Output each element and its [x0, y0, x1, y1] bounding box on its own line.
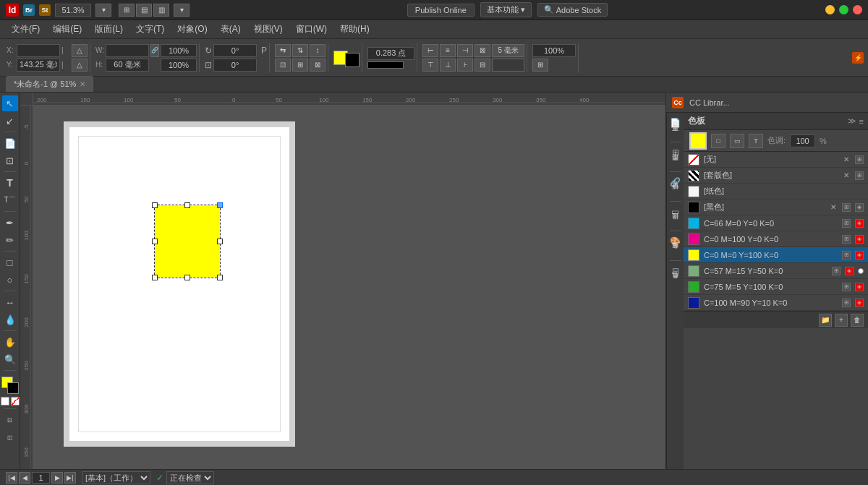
text-fill-btn[interactable]: T — [749, 134, 763, 148]
rectangle-tool[interactable]: □ — [2, 254, 18, 270]
arrange-btn1[interactable]: ⊡ — [275, 59, 291, 72]
pen-tool[interactable]: ✒ — [2, 215, 18, 231]
gap-tool[interactable]: ⊡ — [2, 153, 18, 168]
align-right-btn[interactable]: ⊣ — [457, 44, 473, 57]
maximize-button[interactable] — [839, 5, 848, 14]
menu-help[interactable]: 帮助(H) — [334, 21, 375, 38]
selection-tool[interactable]: ↖ — [2, 95, 18, 111]
zoom-fit-btn[interactable]: ⊞ — [532, 59, 548, 72]
document-tab[interactable]: *未命名-1 @ 51% ✕ — [6, 76, 93, 92]
handle-top-left[interactable] — [152, 202, 158, 208]
page-tool[interactable]: 📄 — [2, 135, 18, 151]
ellipse-tool[interactable]: ○ — [2, 272, 18, 288]
distribute-btn[interactable]: ⊠ — [475, 44, 490, 57]
scale-w-input[interactable] — [161, 44, 197, 57]
last-page-btn[interactable]: ▶| — [64, 472, 76, 484]
menu-window[interactable]: 窗口(W) — [290, 21, 333, 38]
page-number-input[interactable] — [32, 472, 50, 484]
pencil-tool[interactable]: ✏ — [2, 232, 18, 248]
handle-bottom-right[interactable] — [217, 275, 223, 280]
align-top-btn[interactable]: ⊤ — [422, 59, 438, 72]
zoom-tool[interactable]: 🔍 — [2, 351, 18, 367]
swatch-c57[interactable]: C=57 M=15 Y=50 K=0 ⊞ ◈ — [684, 263, 868, 279]
publish-online-button[interactable]: Publish Online — [407, 4, 475, 17]
stroke-label[interactable]: 描边 — [671, 222, 680, 228]
stroke-ctrl-btn[interactable]: ▭ — [730, 134, 744, 148]
next-page-btn[interactable]: ▶ — [51, 472, 63, 484]
text-path-tool[interactable]: T⌒ — [2, 192, 18, 208]
new-color-group-btn[interactable]: 📁 — [819, 314, 832, 327]
view-mode-btn1[interactable]: ⊞ — [119, 4, 135, 17]
swatch-c100[interactable]: C=100 M=90 Y=10 K=0 ⊞ ◈ — [684, 295, 868, 311]
y-input[interactable] — [17, 59, 60, 72]
menu-text[interactable]: 文字(T) — [130, 21, 170, 38]
menu-view[interactable]: 视图(V) — [248, 21, 289, 38]
status-select[interactable]: 正在检查 — [166, 471, 214, 484]
minimize-button[interactable] — [825, 5, 835, 14]
links-label[interactable]: 链接 — [671, 192, 680, 198]
panel-menu-btn[interactable]: ≡ — [859, 117, 864, 126]
preview-mode-btn[interactable]: ⊡ — [2, 412, 18, 428]
zoom-dropdown[interactable]: ▾ — [95, 4, 111, 17]
panel-expand-btn[interactable]: ≫ — [848, 116, 856, 126]
stroke-weight-input[interactable] — [367, 47, 414, 60]
zoom-display[interactable]: 51.3% — [55, 4, 91, 17]
direct-select-tool[interactable]: ↙ — [2, 113, 18, 129]
pages-label[interactable]: 页面 — [671, 133, 680, 139]
flip-h-btn[interactable]: ⇆ — [275, 44, 291, 57]
prev-page-btn[interactable]: ◀ — [19, 472, 30, 484]
new-swatch-btn[interactable]: + — [835, 314, 848, 327]
menu-table[interactable]: 表(A) — [215, 21, 247, 38]
workspace-select[interactable]: [基本]（工作） — [82, 471, 150, 484]
handle-bottom-left[interactable] — [152, 275, 158, 280]
stroke-icon[interactable]: ▭ — [668, 205, 683, 219]
swatches-panel-label[interactable]: 色板 — [671, 281, 680, 287]
links-icon[interactable]: 🔗 — [668, 175, 683, 189]
stroke-swatch[interactable] — [345, 53, 359, 67]
align-middle-btn[interactable]: ⊥ — [440, 59, 456, 72]
view-dropdown[interactable]: ▾ — [174, 4, 190, 17]
workspace-button[interactable]: 基本功能 ▾ — [480, 2, 532, 17]
fill-btn[interactable]: □ — [711, 134, 726, 148]
swatch-c75[interactable]: C=75 M=5 Y=100 K=0 ⊞ ◈ — [684, 279, 868, 295]
swatch-m100[interactable]: C=0 M=100 Y=0 K=0 ⊞ ◈ — [684, 231, 868, 247]
tab-close-btn[interactable]: ✕ — [80, 80, 85, 88]
x-step-up[interactable]: △ — [72, 44, 88, 57]
h-input[interactable] — [106, 59, 149, 72]
y-step-up[interactable]: △ — [72, 59, 88, 72]
swatch-black[interactable]: [黑色] ✕ ⊞ ◈ — [684, 199, 868, 215]
scale-h-input[interactable] — [161, 59, 197, 72]
handle-top-mid[interactable] — [184, 202, 190, 208]
hand-tool[interactable]: ✋ — [2, 334, 18, 350]
canvas-area[interactable]: 200 150 100 50 0 50 100 150 200 250 300 … — [20, 93, 665, 485]
flash-icon[interactable]: ⚡ — [852, 52, 864, 64]
stock-search-button[interactable]: 🔍 Adobe Stock — [537, 3, 608, 17]
default-colors-btn[interactable] — [1, 397, 9, 405]
arrange-btn2[interactable]: ⊞ — [292, 59, 308, 72]
swatch-y100[interactable]: C=0 M=0 Y=100 K=0 ⊞ ◈ — [684, 247, 868, 263]
swatch-c66[interactable]: C=66 M=0 Y=0 K=0 ⊞ ◈ — [684, 215, 868, 231]
flip-alt-btn[interactable]: ↕ — [310, 44, 326, 57]
pages-icon[interactable]: 📄 — [668, 116, 683, 130]
yellow-rectangle[interactable] — [155, 205, 220, 278]
first-page-btn[interactable]: |◀ — [6, 472, 17, 484]
arrange-btn3[interactable]: ⊠ — [310, 59, 326, 72]
close-button[interactable] — [853, 5, 862, 14]
x-input[interactable] — [17, 44, 60, 57]
constrain-btn[interactable]: 🔗 — [150, 44, 159, 57]
handle-top-right[interactable] — [217, 202, 223, 208]
handle-mid-left[interactable] — [152, 239, 158, 244]
color-icon[interactable]: 🎨 — [668, 234, 683, 249]
menu-file[interactable]: 文件(F) — [6, 21, 46, 38]
shear-input[interactable] — [213, 59, 257, 72]
transform-tool[interactable]: ↔ — [2, 294, 18, 310]
handle-bottom-mid[interactable] — [184, 275, 190, 280]
view-mode-btn3[interactable]: ▥ — [153, 4, 169, 17]
zoom-input[interactable] — [532, 44, 576, 57]
screen-mode-btn[interactable]: ◫ — [2, 429, 18, 445]
cc-libraries-label[interactable]: CC Librar... — [689, 98, 730, 107]
menu-edit[interactable]: 编辑(E) — [47, 21, 88, 38]
handle-mid-right[interactable] — [217, 239, 223, 244]
align-center-btn[interactable]: ≡ — [440, 44, 456, 57]
stroke-color-swatch[interactable] — [7, 382, 19, 394]
